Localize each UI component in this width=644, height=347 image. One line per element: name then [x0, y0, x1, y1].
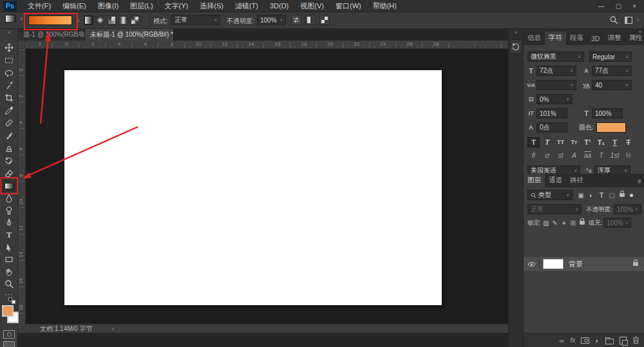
link-layers-icon[interactable]: ∞: [560, 337, 565, 344]
filter-shape-layers-button[interactable]: ▢: [607, 190, 617, 200]
horizontal-ruler[interactable]: 2 0 2 4 6 8 10 12 14 16 18 20 22 24 26 2…: [26, 41, 508, 49]
reflected-gradient-button[interactable]: [118, 15, 128, 25]
tracking-dropdown[interactable]: 40∨: [592, 80, 632, 90]
fractions-button[interactable]: ½: [622, 152, 634, 159]
tab-channels[interactable]: 通道: [545, 174, 566, 187]
lock-image-pixels-button[interactable]: ✎: [551, 218, 560, 228]
faux-italic-button[interactable]: T: [541, 137, 553, 147]
tab-character[interactable]: 字符: [545, 32, 566, 45]
menu-layer[interactable]: 图层(L): [124, 0, 158, 12]
screen-mode-button[interactable]: [3, 341, 15, 347]
filter-smart-objects-button[interactable]: [617, 190, 627, 200]
kerning-dropdown[interactable]: ∨: [536, 80, 576, 90]
tool-type[interactable]: T: [0, 229, 18, 241]
menu-select[interactable]: 选择(S): [194, 0, 229, 12]
new-group-icon[interactable]: [605, 339, 614, 344]
tab-adjustments[interactable]: 调整: [603, 32, 625, 45]
menu-window[interactable]: 窗口(W): [330, 0, 367, 12]
transparency-button[interactable]: [319, 15, 330, 25]
dock-collapse-arrows[interactable]: «: [509, 29, 523, 35]
small-caps-button[interactable]: Tᴛ: [568, 137, 580, 147]
tool-crop[interactable]: [0, 91, 18, 104]
tool-spot-healing-brush[interactable]: [0, 117, 18, 129]
fill-dropdown[interactable]: 100%∨: [603, 218, 631, 228]
toolbar-collapse-arrows[interactable]: «: [0, 30, 18, 35]
blend-mode-dropdown[interactable]: 正常∨: [527, 204, 582, 214]
layer-style-fx-icon[interactable]: fx: [571, 337, 576, 344]
tab-paths[interactable]: 路径: [566, 174, 587, 187]
tool-preset-picker[interactable]: ∨: [5, 15, 23, 23]
tool-move[interactable]: [0, 41, 18, 53]
opacity-dropdown[interactable]: 100%∨: [257, 15, 286, 25]
filter-adjustment-layers-button[interactable]: ◐: [586, 190, 596, 200]
tool-dodge[interactable]: [0, 204, 18, 216]
baseline-shift-field[interactable]: 0点: [536, 122, 567, 133]
panel-menu-icon[interactable]: ≡: [638, 178, 641, 185]
reverse-button[interactable]: [291, 15, 301, 25]
gradient-preview[interactable]: [28, 15, 72, 25]
foreground-color-swatch[interactable]: [2, 305, 14, 317]
vertical-scale-field[interactable]: 101%: [536, 108, 567, 118]
minimize-button[interactable]: —: [598, 3, 605, 10]
tool-shape[interactable]: [0, 253, 18, 265]
swash-button[interactable]: ơ: [541, 152, 553, 159]
filter-toggle-icon[interactable]: [630, 194, 633, 197]
menu-image[interactable]: 图像(I): [92, 0, 124, 12]
menu-type[interactable]: 文字(Y): [159, 0, 194, 12]
gradient-picker-chevron-icon[interactable]: ∨: [75, 18, 80, 23]
tool-lasso[interactable]: [0, 66, 18, 79]
default-colors-icon[interactable]: [8, 297, 15, 304]
font-size-dropdown[interactable]: 72点∨: [536, 66, 576, 76]
tool-pen[interactable]: [0, 216, 18, 229]
tool-clone-stamp[interactable]: [0, 142, 18, 154]
tool-history-brush[interactable]: [0, 155, 18, 167]
layer-row-background[interactable]: 背景: [524, 257, 644, 271]
scroll-strip[interactable]: [18, 333, 508, 347]
discretionary-ligatures-button[interactable]: st: [554, 152, 567, 159]
search-icon[interactable]: [609, 15, 618, 24]
menu-view[interactable]: 视图(V): [294, 0, 330, 12]
menu-filter[interactable]: 滤镜(T): [229, 0, 264, 12]
lock-all-button[interactable]: [578, 218, 587, 228]
dither-button[interactable]: [305, 15, 316, 25]
vertical-ruler[interactable]: 0 2 4 6 8 10 12 14 16 18: [18, 49, 26, 347]
filter-type-layers-button[interactable]: T: [596, 190, 607, 200]
close-button[interactable]: ×: [632, 3, 636, 10]
superscript-button[interactable]: T¹: [582, 137, 594, 147]
add-layer-mask-icon[interactable]: [581, 337, 589, 344]
layer-filter-dropdown[interactable]: 类型∨: [527, 190, 573, 200]
underline-button[interactable]: T: [609, 137, 621, 147]
faux-bold-button[interactable]: T: [527, 137, 540, 147]
tool-eraser[interactable]: [0, 167, 18, 179]
layer-visibility-toggle[interactable]: [524, 257, 540, 271]
proportional-spacing-dropdown[interactable]: 0%∨: [536, 94, 573, 104]
layer-thumbnail[interactable]: [543, 259, 564, 269]
status-expander-icon[interactable]: ›: [112, 325, 114, 332]
adjustment-layer-icon[interactable]: ◐: [595, 337, 600, 344]
font-style-dropdown[interactable]: Regular∨: [589, 52, 632, 62]
gradient-swatch[interactable]: [28, 15, 72, 25]
radial-gradient-button[interactable]: [95, 15, 105, 25]
delete-layer-icon[interactable]: [632, 336, 639, 344]
menu-edit[interactable]: 编辑(E): [57, 0, 92, 12]
ligatures-button[interactable]: fi: [527, 152, 540, 159]
strikethrough-button[interactable]: T: [622, 137, 634, 147]
all-caps-button[interactable]: TT: [554, 137, 567, 147]
stylistic-alternates-button[interactable]: aa: [582, 152, 594, 159]
tab-info[interactable]: 信息: [524, 32, 545, 45]
oldstyle-button[interactable]: T: [595, 152, 607, 159]
tool-hand[interactable]: [0, 265, 18, 277]
angle-gradient-button[interactable]: [107, 15, 117, 25]
tool-gradient[interactable]: [0, 180, 18, 192]
document-tab-2[interactable]: 未标题-1 @ 100%(RGB/8#) * ×: [85, 29, 174, 41]
tab-3d[interactable]: 3D: [587, 33, 603, 45]
subscript-button[interactable]: T₁: [595, 137, 607, 147]
tool-blur[interactable]: [0, 192, 18, 204]
document-tab-1[interactable]: 题-1 @ 100%(RGB/8#) ×: [18, 29, 85, 41]
titling-alternates-button[interactable]: A: [568, 152, 580, 159]
horizontal-scale-field[interactable]: 100%: [592, 108, 623, 118]
tab-paragraph[interactable]: 段落: [566, 32, 587, 45]
lock-artboard-button[interactable]: ⊞: [569, 218, 578, 228]
workspace-switcher[interactable]: ∨: [625, 17, 639, 24]
tool-rectangular-marquee[interactable]: [0, 54, 18, 66]
